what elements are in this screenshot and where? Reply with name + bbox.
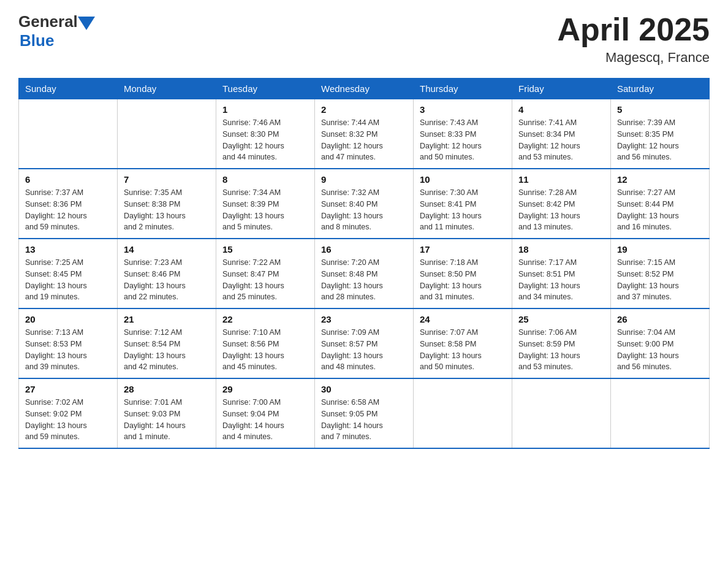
day-info: Sunrise: 7:25 AM Sunset: 8:45 PM Dayligh… [25, 257, 111, 303]
day-number: 4 [518, 104, 604, 115]
header-sunday: Sunday [19, 79, 118, 99]
calendar-cell: 27Sunrise: 7:02 AM Sunset: 9:02 PM Dayli… [19, 378, 118, 448]
day-number: 18 [518, 244, 604, 255]
calendar-cell: 9Sunrise: 7:32 AM Sunset: 8:40 PM Daylig… [315, 169, 414, 239]
day-number: 19 [617, 244, 703, 255]
day-info: Sunrise: 7:10 AM Sunset: 8:56 PM Dayligh… [222, 327, 308, 373]
day-number: 1 [222, 104, 308, 115]
day-info: Sunrise: 7:32 AM Sunset: 8:40 PM Dayligh… [321, 187, 407, 233]
day-number: 20 [25, 314, 111, 324]
header-tuesday: Tuesday [216, 79, 315, 99]
calendar-cell: 29Sunrise: 7:00 AM Sunset: 9:04 PM Dayli… [216, 378, 315, 448]
calendar-cell [118, 99, 216, 169]
calendar-cell: 21Sunrise: 7:12 AM Sunset: 8:54 PM Dayli… [118, 308, 216, 378]
day-number: 9 [321, 174, 407, 185]
calendar-title: April 2025 [557, 12, 710, 47]
logo: General Blue [18, 12, 95, 50]
day-number: 24 [420, 314, 506, 324]
calendar-cell: 10Sunrise: 7:30 AM Sunset: 8:41 PM Dayli… [414, 169, 512, 239]
calendar-header-row: SundayMondayTuesdayWednesdayThursdayFrid… [19, 79, 710, 99]
day-number: 7 [124, 174, 210, 185]
calendar-week-row: 13Sunrise: 7:25 AM Sunset: 8:45 PM Dayli… [19, 239, 710, 308]
calendar-cell: 25Sunrise: 7:06 AM Sunset: 8:59 PM Dayli… [512, 308, 611, 378]
calendar-cell: 5Sunrise: 7:39 AM Sunset: 8:35 PM Daylig… [611, 99, 710, 169]
calendar-cell: 13Sunrise: 7:25 AM Sunset: 8:45 PM Dayli… [19, 239, 118, 308]
calendar-cell: 18Sunrise: 7:17 AM Sunset: 8:51 PM Dayli… [512, 239, 611, 308]
day-info: Sunrise: 7:43 AM Sunset: 8:33 PM Dayligh… [420, 117, 506, 163]
day-number: 29 [222, 384, 308, 394]
calendar-cell: 28Sunrise: 7:01 AM Sunset: 9:03 PM Dayli… [118, 378, 216, 448]
calendar-cell: 2Sunrise: 7:44 AM Sunset: 8:32 PM Daylig… [315, 99, 414, 169]
day-info: Sunrise: 7:34 AM Sunset: 8:39 PM Dayligh… [222, 187, 308, 233]
calendar-cell [19, 99, 118, 169]
day-info: Sunrise: 7:01 AM Sunset: 9:03 PM Dayligh… [124, 397, 210, 443]
day-info: Sunrise: 7:28 AM Sunset: 8:42 PM Dayligh… [518, 187, 604, 233]
calendar-cell: 30Sunrise: 6:58 AM Sunset: 9:05 PM Dayli… [315, 378, 414, 448]
day-number: 3 [420, 104, 506, 115]
day-number: 14 [124, 244, 210, 255]
logo-triangle-icon [78, 17, 95, 30]
calendar-week-row: 20Sunrise: 7:13 AM Sunset: 8:53 PM Dayli… [19, 308, 710, 378]
day-number: 21 [124, 314, 210, 324]
calendar-week-row: 6Sunrise: 7:37 AM Sunset: 8:36 PM Daylig… [19, 169, 710, 239]
day-number: 12 [617, 174, 703, 185]
day-number: 30 [321, 384, 407, 394]
calendar-cell: 12Sunrise: 7:27 AM Sunset: 8:44 PM Dayli… [611, 169, 710, 239]
calendar-cell: 1Sunrise: 7:46 AM Sunset: 8:30 PM Daylig… [216, 99, 315, 169]
day-info: Sunrise: 7:09 AM Sunset: 8:57 PM Dayligh… [321, 327, 407, 373]
day-number: 22 [222, 314, 308, 324]
header-monday: Monday [118, 79, 216, 99]
calendar-cell: 4Sunrise: 7:41 AM Sunset: 8:34 PM Daylig… [512, 99, 611, 169]
day-info: Sunrise: 7:41 AM Sunset: 8:34 PM Dayligh… [518, 117, 604, 163]
calendar-subtitle: Magescq, France [557, 50, 710, 66]
day-info: Sunrise: 7:02 AM Sunset: 9:02 PM Dayligh… [25, 397, 111, 443]
calendar-cell [414, 378, 512, 448]
day-number: 5 [617, 104, 703, 115]
day-info: Sunrise: 7:23 AM Sunset: 8:46 PM Dayligh… [124, 257, 210, 303]
day-info: Sunrise: 7:37 AM Sunset: 8:36 PM Dayligh… [25, 187, 111, 233]
title-block: April 2025 Magescq, France [557, 12, 710, 66]
day-number: 26 [617, 314, 703, 324]
day-info: Sunrise: 7:15 AM Sunset: 8:52 PM Dayligh… [617, 257, 703, 303]
calendar-cell: 22Sunrise: 7:10 AM Sunset: 8:56 PM Dayli… [216, 308, 315, 378]
day-number: 13 [25, 244, 111, 255]
day-info: Sunrise: 7:22 AM Sunset: 8:47 PM Dayligh… [222, 257, 308, 303]
day-info: Sunrise: 7:20 AM Sunset: 8:48 PM Dayligh… [321, 257, 407, 303]
calendar-cell: 26Sunrise: 7:04 AM Sunset: 9:00 PM Dayli… [611, 308, 710, 378]
calendar-cell: 6Sunrise: 7:37 AM Sunset: 8:36 PM Daylig… [19, 169, 118, 239]
calendar-week-row: 27Sunrise: 7:02 AM Sunset: 9:02 PM Dayli… [19, 378, 710, 448]
day-number: 8 [222, 174, 308, 185]
calendar-table: SundayMondayTuesdayWednesdayThursdayFrid… [18, 78, 710, 449]
day-info: Sunrise: 7:44 AM Sunset: 8:32 PM Dayligh… [321, 117, 407, 163]
day-info: Sunrise: 7:30 AM Sunset: 8:41 PM Dayligh… [420, 187, 506, 233]
header-friday: Friday [512, 79, 611, 99]
calendar-cell: 15Sunrise: 7:22 AM Sunset: 8:47 PM Dayli… [216, 239, 315, 308]
calendar-cell [512, 378, 611, 448]
header-saturday: Saturday [611, 79, 710, 99]
calendar-cell: 20Sunrise: 7:13 AM Sunset: 8:53 PM Dayli… [19, 308, 118, 378]
day-number: 17 [420, 244, 506, 255]
calendar-cell: 11Sunrise: 7:28 AM Sunset: 8:42 PM Dayli… [512, 169, 611, 239]
day-number: 27 [25, 384, 111, 394]
calendar-cell: 16Sunrise: 7:20 AM Sunset: 8:48 PM Dayli… [315, 239, 414, 308]
day-number: 15 [222, 244, 308, 255]
calendar-cell: 23Sunrise: 7:09 AM Sunset: 8:57 PM Dayli… [315, 308, 414, 378]
day-number: 25 [518, 314, 604, 324]
calendar-cell: 17Sunrise: 7:18 AM Sunset: 8:50 PM Dayli… [414, 239, 512, 308]
header-wednesday: Wednesday [315, 79, 414, 99]
calendar-cell: 7Sunrise: 7:35 AM Sunset: 8:38 PM Daylig… [118, 169, 216, 239]
day-info: Sunrise: 7:27 AM Sunset: 8:44 PM Dayligh… [617, 187, 703, 233]
day-number: 11 [518, 174, 604, 185]
day-number: 2 [321, 104, 407, 115]
day-info: Sunrise: 7:07 AM Sunset: 8:58 PM Dayligh… [420, 327, 506, 373]
day-info: Sunrise: 7:18 AM Sunset: 8:50 PM Dayligh… [420, 257, 506, 303]
day-number: 28 [124, 384, 210, 394]
calendar-cell [611, 378, 710, 448]
day-info: Sunrise: 7:04 AM Sunset: 9:00 PM Dayligh… [617, 327, 703, 373]
day-info: Sunrise: 7:12 AM Sunset: 8:54 PM Dayligh… [124, 327, 210, 373]
day-number: 6 [25, 174, 111, 185]
day-number: 23 [321, 314, 407, 324]
day-info: Sunrise: 7:17 AM Sunset: 8:51 PM Dayligh… [518, 257, 604, 303]
page-header: General Blue April 2025 Magescq, France [18, 12, 710, 66]
calendar-cell: 19Sunrise: 7:15 AM Sunset: 8:52 PM Dayli… [611, 239, 710, 308]
